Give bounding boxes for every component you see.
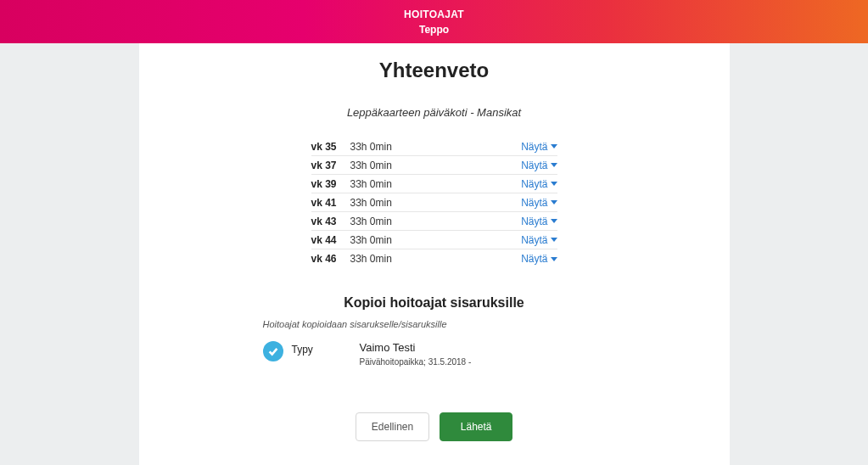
show-label: Näytä bbox=[521, 234, 547, 246]
show-week-toggle[interactable]: Näytä bbox=[521, 160, 557, 171]
chevron-down-icon bbox=[551, 257, 557, 261]
show-week-toggle[interactable]: Näytä bbox=[521, 216, 557, 227]
week-label: vk 44 bbox=[311, 234, 350, 246]
show-label: Näytä bbox=[521, 216, 547, 227]
sibling-nickname: Typy bbox=[292, 341, 351, 356]
week-row: vk 4333h 0minNäytä bbox=[311, 212, 557, 231]
week-row: vk 3533h 0minNäytä bbox=[311, 137, 557, 156]
chevron-down-icon bbox=[551, 182, 557, 186]
sibling-row[interactable]: Typy Vaimo Testi Päivähoitopaikka; 31.5.… bbox=[263, 341, 606, 367]
show-week-toggle[interactable]: Näytä bbox=[521, 234, 557, 246]
week-row: vk 4433h 0minNäytä bbox=[311, 231, 557, 249]
header-child-name: Teppo bbox=[0, 24, 868, 36]
sibling-fullname: Vaimo Testi bbox=[360, 341, 472, 354]
chevron-down-icon bbox=[551, 200, 557, 204]
week-row: vk 3933h 0minNäytä bbox=[311, 175, 557, 193]
week-row: vk 3733h 0minNäytä bbox=[311, 156, 557, 175]
week-time: 33h 0min bbox=[350, 160, 522, 171]
header-title: HOITOAJAT bbox=[0, 8, 868, 20]
show-week-toggle[interactable]: Näytä bbox=[521, 178, 557, 190]
chevron-down-icon bbox=[551, 238, 557, 242]
week-label: vk 41 bbox=[311, 197, 350, 209]
check-icon[interactable] bbox=[263, 341, 283, 361]
chevron-down-icon bbox=[551, 163, 557, 167]
action-bar: Edellinen Lähetä bbox=[263, 412, 606, 441]
sibling-details: Vaimo Testi Päivähoitopaikka; 31.5.2018 … bbox=[360, 341, 472, 367]
show-week-toggle[interactable]: Näytä bbox=[521, 141, 557, 153]
copy-section-help: Hoitoajat kopioidaan sisarukselle/sisaru… bbox=[263, 319, 606, 329]
week-time: 33h 0min bbox=[350, 197, 522, 209]
app-header: HOITOAJAT Teppo bbox=[0, 0, 868, 43]
show-label: Näytä bbox=[521, 197, 547, 209]
week-time: 33h 0min bbox=[350, 178, 522, 190]
week-label: vk 39 bbox=[311, 178, 350, 190]
show-label: Näytä bbox=[521, 253, 547, 265]
week-label: vk 46 bbox=[311, 253, 350, 265]
sibling-place: Päivähoitopaikka; 31.5.2018 - bbox=[360, 357, 472, 367]
show-label: Näytä bbox=[521, 160, 547, 171]
weeks-table: vk 3533h 0minNäytävk 3733h 0minNäytävk 3… bbox=[311, 137, 557, 283]
week-time: 33h 0min bbox=[350, 253, 522, 265]
show-label: Näytä bbox=[521, 141, 547, 153]
week-row: vk 4133h 0minNäytä bbox=[311, 193, 557, 212]
previous-button[interactable]: Edellinen bbox=[356, 412, 429, 441]
week-time: 33h 0min bbox=[350, 141, 522, 153]
send-button[interactable]: Lähetä bbox=[440, 412, 512, 441]
show-week-toggle[interactable]: Näytä bbox=[521, 253, 557, 265]
week-time: 33h 0min bbox=[350, 216, 522, 227]
week-time: 33h 0min bbox=[350, 234, 522, 246]
week-label: vk 43 bbox=[311, 216, 350, 227]
location-subtitle: Leppäkaarteen päiväkoti - Mansikat bbox=[263, 106, 606, 119]
show-label: Näytä bbox=[521, 178, 547, 190]
page-title: Yhteenveto bbox=[263, 59, 606, 82]
week-label: vk 35 bbox=[311, 141, 350, 153]
week-row: vk 4633h 0minNäytä bbox=[311, 249, 557, 268]
chevron-down-icon bbox=[551, 144, 557, 148]
week-label: vk 37 bbox=[311, 160, 350, 171]
summary-card: Yhteenveto Leppäkaarteen päiväkoti - Man… bbox=[139, 43, 730, 465]
show-week-toggle[interactable]: Näytä bbox=[521, 197, 557, 209]
chevron-down-icon bbox=[551, 219, 557, 223]
copy-section-title: Kopioi hoitoajat sisaruksille bbox=[263, 295, 606, 311]
